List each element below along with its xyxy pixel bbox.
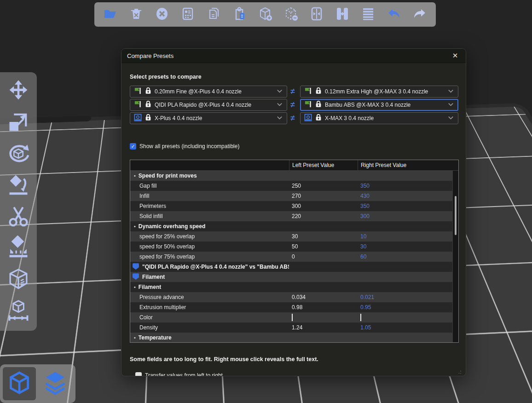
delete-icon: [129, 6, 144, 23]
tool-sidebar: [0, 72, 37, 331]
not-equal-icon: ≠: [287, 100, 298, 109]
right-preset-combo-2[interactable]: Bambu ABS @X-MAX 3 0.4 nozzle: [300, 99, 458, 111]
table-row-param[interactable]: Solid infill220300: [130, 211, 458, 221]
param-label: speed for 50% overlap: [139, 243, 195, 250]
table-row-param[interactable]: speed for 25% overlap3010: [130, 231, 458, 242]
table-row-param[interactable]: Extrusion multiplier0.980.95: [130, 302, 458, 312]
category-label: Filament: [139, 284, 161, 290]
table-row-param[interactable]: Perimeters300350: [130, 201, 458, 211]
support-paint-tool-button[interactable]: [4, 235, 33, 262]
show-all-presets-checkbox[interactable]: ✓ Show all presets (including incompatib…: [130, 143, 239, 150]
checkbox-unchecked-icon: [135, 372, 142, 376]
header-param-column: [130, 160, 289, 170]
open-folder-icon: [103, 6, 118, 23]
place-on-face-tool-button[interactable]: [4, 173, 33, 199]
table-row-param[interactable]: Pressure advance0.0340.021: [130, 292, 458, 302]
table-row-param[interactable]: Density1.241.05: [130, 322, 458, 333]
seam-paint-tool-button[interactable]: [4, 267, 33, 294]
left-value: 0.034: [289, 294, 358, 300]
right-value: 60: [358, 253, 458, 260]
table-row-category[interactable]: •Filament: [130, 282, 458, 292]
dialog-titlebar[interactable]: Compare Presets ✕: [121, 49, 466, 63]
scrollbar-thumb[interactable]: [455, 196, 457, 235]
undo-icon: [387, 6, 401, 23]
table-row-group[interactable]: Filament: [130, 272, 458, 282]
measure-tool-button[interactable]: [4, 298, 33, 325]
param-label: Density: [139, 324, 158, 331]
close-icon[interactable]: ✕: [450, 51, 460, 61]
right-value: 0.021: [358, 294, 458, 300]
resize-grip[interactable]: .:: [458, 370, 464, 375]
right-preset-combo-3[interactable]: X-MAX 3 0.4 nozzle: [300, 112, 458, 124]
left-preset-combo-2[interactable]: QIDI PLA Rapido @X-Plus 4 0.4 nozzle: [130, 99, 287, 111]
table-row-param[interactable]: speed for 75% overlap060: [130, 252, 458, 262]
compare-presets-dialog: Compare Presets ✕ Select presets to comp…: [121, 48, 466, 376]
copy-icon: [206, 6, 221, 23]
printer-icon: [134, 114, 142, 123]
table-scrollbar[interactable]: [452, 171, 458, 342]
rotate-tool-button[interactable]: [4, 141, 33, 168]
table-row-group[interactable]: "QIDI PLA Rapido @X-Plus 4 0.4 nozzle" v…: [130, 262, 458, 272]
left-preset-combo-3[interactable]: X-Plus 4 0.4 nozzle: [130, 112, 287, 124]
param-label: Pressure advance: [139, 294, 184, 300]
left-preset-name: X-Plus 4 0.4 nozzle: [155, 115, 273, 121]
left-preset-combo-1[interactable]: 0.20mm Fine @X-Plus 4 0.4 nozzle: [130, 86, 287, 98]
open-folder-button[interactable]: [103, 7, 118, 23]
flag-icon: [304, 100, 312, 110]
param-label: Infill: [139, 193, 149, 199]
table-row-category[interactable]: •Dynamic overhang speed: [130, 221, 458, 231]
split-to-parts-button[interactable]: [335, 7, 350, 23]
table-row-param[interactable]: Infill270430: [130, 191, 458, 201]
transfer-values-checkbox[interactable]: Transfer values from left to right: [135, 372, 223, 376]
table-row-category[interactable]: •Speed for print moves: [130, 171, 458, 181]
redo-button[interactable]: [412, 7, 428, 23]
preview-view-button[interactable]: [39, 367, 72, 400]
right-preset-combo-1[interactable]: 0.12mm Extra High @X-MAX 3 0.4 nozzle: [300, 86, 458, 98]
bullet-icon: •: [134, 224, 136, 229]
footer-note: Some fields are too long to fit. Right m…: [130, 356, 318, 363]
scale-icon: [6, 110, 30, 136]
diff-table-header: Left Preset Value Right Preset Value: [130, 160, 458, 171]
support-paint-icon: [6, 236, 30, 261]
show-all-presets-label: Show all presets (including incompatible…: [139, 143, 239, 150]
lock-icon: [315, 87, 322, 96]
table-row-param[interactable]: speed for 50% overlap5030: [130, 242, 458, 252]
cut-icon: [6, 204, 30, 230]
split-to-objects-button[interactable]: [309, 7, 324, 23]
variable-layer-height-button[interactable]: [360, 7, 376, 23]
flag-icon: [134, 87, 142, 97]
add-instance-button[interactable]: [257, 7, 273, 23]
delete-all-icon: [155, 6, 169, 23]
move-tool-button[interactable]: [4, 78, 33, 105]
category-label: Temperature: [139, 334, 172, 341]
measure-icon: [6, 299, 30, 324]
arrange-button[interactable]: [180, 7, 196, 23]
move-icon: [6, 79, 30, 104]
lock-icon: [145, 100, 152, 109]
left-value: 50: [289, 243, 358, 250]
right-value: 0.95: [358, 304, 458, 311]
scale-tool-button[interactable]: [4, 109, 33, 136]
delete-button[interactable]: [128, 7, 144, 23]
header-right-value: Right Preset Value: [358, 160, 458, 170]
table-row-color[interactable]: Color: [130, 312, 458, 322]
delete-all-button[interactable]: [154, 7, 170, 23]
remove-instance-button[interactable]: [283, 7, 299, 23]
prepare-view-button[interactable]: [3, 367, 36, 400]
cut-tool-button[interactable]: [4, 204, 33, 230]
table-row-param[interactable]: Gap fill250350: [130, 181, 458, 191]
paste-button[interactable]: [231, 7, 247, 23]
bullet-icon: •: [134, 335, 136, 340]
checkbox-checked-icon: ✓: [130, 143, 136, 150]
seam-paint-icon: [6, 267, 30, 293]
bullet-icon: •: [134, 173, 136, 178]
layers-icon: [43, 370, 68, 397]
group-shield-icon: [132, 263, 139, 271]
table-row-category[interactable]: •Temperature: [130, 333, 458, 343]
split-to-parts-icon: [335, 6, 350, 23]
right-preset-name: X-MAX 3 0.4 nozzle: [325, 115, 445, 121]
undo-button[interactable]: [386, 7, 402, 23]
copy-button[interactable]: [206, 7, 221, 23]
cube-icon: [7, 370, 32, 397]
header-left-value: Left Preset Value: [289, 160, 358, 170]
